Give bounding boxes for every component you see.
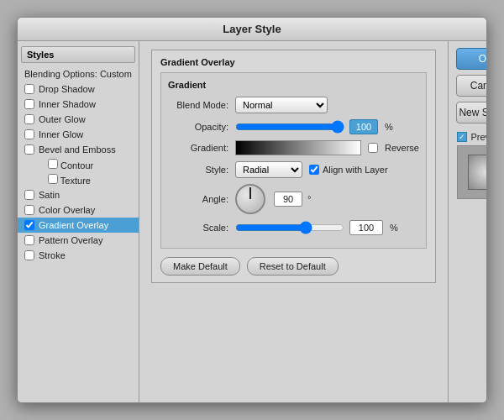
section-title: Gradient Overlay (160, 57, 427, 67)
color-overlay-checkbox[interactable] (24, 205, 34, 215)
gradient-overlay-checkbox[interactable] (24, 220, 34, 230)
reset-default-button[interactable]: Reset to Default (247, 257, 339, 276)
style-select[interactable]: Radial Linear Angle Reflected Diamond (235, 161, 302, 178)
stroke-checkbox[interactable] (24, 250, 34, 260)
preview-label: ✓ Preview (457, 132, 487, 142)
sidebar-item-stroke[interactable]: Stroke (18, 248, 139, 263)
right-panel: OK Cancel New Style... ✓ Preview (448, 41, 487, 402)
sidebar-item-texture[interactable]: Texture (18, 172, 139, 187)
new-style-button[interactable]: New Style... (456, 102, 487, 123)
sidebar-item-gradient-overlay[interactable]: Gradient Overlay (18, 218, 139, 233)
gradient-sub-title: Gradient (168, 80, 419, 90)
style-label: Style: (168, 165, 235, 175)
bevel-emboss-checkbox[interactable] (24, 144, 34, 155)
opacity-value: 100 (349, 119, 378, 134)
contour-checkbox[interactable] (48, 159, 58, 169)
reverse-label: Reverse (385, 143, 419, 153)
sidebar-item-outer-glow[interactable]: Outer Glow (18, 112, 139, 127)
sidebar-item-inner-glow[interactable]: Inner Glow (18, 127, 139, 142)
layer-style-dialog: Layer Style Styles Blending Options: Cus… (17, 17, 487, 403)
preview-inner (468, 155, 487, 190)
scale-unit: % (390, 223, 398, 233)
outer-glow-checkbox[interactable] (24, 114, 34, 124)
opacity-row: Opacity: 100 % (168, 119, 419, 134)
opacity-slider[interactable] (235, 121, 344, 133)
align-layer-checkbox[interactable] (309, 165, 319, 175)
blend-mode-label: Blend Mode: (168, 100, 235, 110)
dialog-body: Styles Blending Options: Custom Drop Sha… (18, 41, 486, 402)
scale-slider-container: 100 % (235, 220, 398, 235)
pattern-overlay-checkbox[interactable] (24, 235, 34, 245)
preview-checkbox-icon[interactable]: ✓ (457, 132, 467, 142)
satin-checkbox[interactable] (24, 190, 34, 200)
angle-value: 90 (274, 192, 302, 207)
angle-unit: ° (307, 194, 311, 204)
reverse-checkbox[interactable] (368, 143, 378, 153)
scale-slider[interactable] (235, 222, 344, 234)
make-default-button[interactable]: Make Default (160, 257, 240, 276)
cancel-button[interactable]: Cancel (456, 75, 487, 97)
drop-shadow-checkbox[interactable] (24, 84, 34, 94)
sidebar-item-satin[interactable]: Satin (18, 187, 139, 202)
align-layer-label: Align with Layer (309, 165, 388, 175)
gradient-subsection: Gradient Blend Mode: Normal Dissolve Mul… (160, 72, 427, 249)
opacity-label: Opacity: (168, 122, 235, 132)
sidebar-item-contour[interactable]: Contour (18, 157, 139, 172)
gradient-overlay-section: Gradient Overlay Gradient Blend Mode: No… (151, 50, 436, 283)
sidebar-item-blending-options[interactable]: Blending Options: Custom (18, 66, 139, 81)
scale-label: Scale: (168, 223, 235, 233)
preview-box (457, 145, 487, 199)
texture-checkbox[interactable] (48, 174, 58, 184)
preview-section: ✓ Preview (457, 132, 487, 199)
sidebar-item-pattern-overlay[interactable]: Pattern Overlay (18, 233, 139, 248)
style-row: Style: Radial Linear Angle Reflected Dia… (168, 161, 419, 178)
inner-shadow-checkbox[interactable] (24, 99, 34, 109)
sidebar-item-color-overlay[interactable]: Color Overlay (18, 202, 139, 218)
angle-knob[interactable] (235, 184, 265, 214)
gradient-row: Gradient: Reverse (168, 140, 419, 155)
opacity-slider-container: 100 % (235, 119, 393, 134)
angle-row: Angle: 90 ° (168, 184, 419, 214)
angle-label: Angle: (168, 194, 235, 204)
blend-mode-row: Blend Mode: Normal Dissolve Multiply Scr… (168, 97, 419, 113)
action-buttons: Make Default Reset to Default (160, 257, 427, 276)
gradient-preview[interactable] (235, 140, 361, 155)
scale-value: 100 (349, 220, 383, 235)
main-content: Gradient Overlay Gradient Blend Mode: No… (139, 41, 448, 402)
left-panel: Styles Blending Options: Custom Drop Sha… (18, 41, 139, 402)
scale-row: Scale: 100 % (168, 220, 419, 235)
sidebar-item-drop-shadow[interactable]: Drop Shadow (18, 81, 139, 97)
ok-button[interactable]: OK (456, 48, 487, 70)
sidebar-item-inner-shadow[interactable]: Inner Shadow (18, 97, 139, 112)
styles-header[interactable]: Styles (21, 46, 135, 63)
blend-mode-select[interactable]: Normal Dissolve Multiply Screen Overlay (235, 97, 328, 113)
gradient-label: Gradient: (168, 143, 235, 153)
opacity-unit: % (385, 122, 393, 132)
angle-controls: 90 ° (235, 184, 311, 214)
inner-glow-checkbox[interactable] (24, 129, 34, 139)
sidebar-item-bevel-emboss[interactable]: Bevel and Emboss (18, 142, 139, 157)
dialog-title: Layer Style (18, 18, 486, 41)
